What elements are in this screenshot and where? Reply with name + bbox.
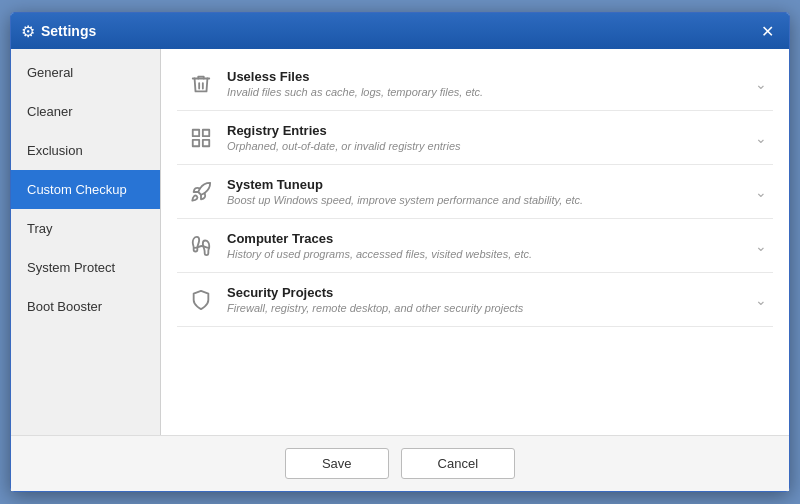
svg-rect-0 bbox=[193, 129, 199, 135]
setting-row-registry-entries[interactable]: Registry EntriesOrphaned, out-of-date, o… bbox=[177, 111, 773, 165]
registry-icon bbox=[183, 127, 219, 149]
setting-text-useless-files: Useless FilesInvalid files such as cache… bbox=[227, 69, 747, 98]
sidebar-item-custom-checkup[interactable]: Custom Checkup bbox=[11, 170, 160, 209]
sidebar-item-general[interactable]: General bbox=[11, 53, 160, 92]
chevron-icon-useless-files: ⌄ bbox=[755, 76, 767, 92]
sidebar-item-exclusion[interactable]: Exclusion bbox=[11, 131, 160, 170]
chevron-icon-computer-traces: ⌄ bbox=[755, 238, 767, 254]
footer: Save Cancel bbox=[11, 435, 789, 491]
settings-icon: ⚙ bbox=[21, 22, 35, 41]
content-area: GeneralCleanerExclusionCustom CheckupTra… bbox=[11, 49, 789, 435]
settings-list: Useless FilesInvalid files such as cache… bbox=[161, 49, 789, 435]
sidebar-item-cleaner[interactable]: Cleaner bbox=[11, 92, 160, 131]
setting-row-security-projects[interactable]: Security ProjectsFirewall, registry, rem… bbox=[177, 273, 773, 327]
setting-title-useless-files: Useless Files bbox=[227, 69, 747, 84]
setting-title-system-tuneup: System Tuneup bbox=[227, 177, 747, 192]
svg-rect-3 bbox=[203, 139, 209, 145]
cancel-button[interactable]: Cancel bbox=[401, 448, 515, 479]
save-button[interactable]: Save bbox=[285, 448, 389, 479]
rocket-icon bbox=[183, 181, 219, 203]
setting-row-computer-traces[interactable]: Computer TracesHistory of used programs,… bbox=[177, 219, 773, 273]
setting-desc-useless-files: Invalid files such as cache, logs, tempo… bbox=[227, 86, 747, 98]
trash-icon bbox=[183, 73, 219, 95]
main-content: Useless FilesInvalid files such as cache… bbox=[161, 49, 789, 435]
chevron-icon-security-projects: ⌄ bbox=[755, 292, 767, 308]
setting-row-useless-files[interactable]: Useless FilesInvalid files such as cache… bbox=[177, 57, 773, 111]
sidebar-item-boot-booster[interactable]: Boot Booster bbox=[11, 287, 160, 326]
setting-title-registry-entries: Registry Entries bbox=[227, 123, 747, 138]
window-title: Settings bbox=[41, 23, 755, 39]
chevron-icon-system-tuneup: ⌄ bbox=[755, 184, 767, 200]
settings-window: ⚙ Settings ✕ GeneralCleanerExclusionCust… bbox=[10, 12, 790, 492]
svg-rect-1 bbox=[203, 129, 209, 135]
setting-text-security-projects: Security ProjectsFirewall, registry, rem… bbox=[227, 285, 747, 314]
shield-icon bbox=[183, 289, 219, 311]
setting-desc-security-projects: Firewall, registry, remote desktop, and … bbox=[227, 302, 747, 314]
setting-desc-computer-traces: History of used programs, accessed files… bbox=[227, 248, 747, 260]
setting-row-system-tuneup[interactable]: System TuneupBoost up Windows speed, imp… bbox=[177, 165, 773, 219]
setting-text-computer-traces: Computer TracesHistory of used programs,… bbox=[227, 231, 747, 260]
svg-rect-2 bbox=[193, 139, 199, 145]
footprints-icon bbox=[183, 235, 219, 257]
close-button[interactable]: ✕ bbox=[755, 19, 779, 43]
sidebar-item-system-protect[interactable]: System Protect bbox=[11, 248, 160, 287]
setting-text-registry-entries: Registry EntriesOrphaned, out-of-date, o… bbox=[227, 123, 747, 152]
titlebar: ⚙ Settings ✕ bbox=[11, 13, 789, 49]
chevron-icon-registry-entries: ⌄ bbox=[755, 130, 767, 146]
sidebar: GeneralCleanerExclusionCustom CheckupTra… bbox=[11, 49, 161, 435]
setting-desc-system-tuneup: Boost up Windows speed, improve system p… bbox=[227, 194, 747, 206]
setting-text-system-tuneup: System TuneupBoost up Windows speed, imp… bbox=[227, 177, 747, 206]
setting-title-computer-traces: Computer Traces bbox=[227, 231, 747, 246]
setting-title-security-projects: Security Projects bbox=[227, 285, 747, 300]
setting-desc-registry-entries: Orphaned, out-of-date, or invalid regist… bbox=[227, 140, 747, 152]
sidebar-item-tray[interactable]: Tray bbox=[11, 209, 160, 248]
